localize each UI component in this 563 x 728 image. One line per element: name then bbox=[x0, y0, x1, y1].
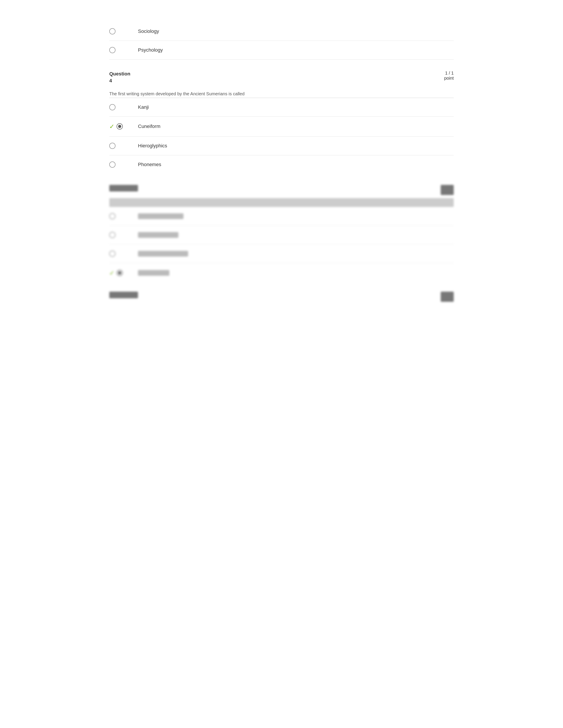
question-4-header: Question 4 1 / 1 point bbox=[109, 71, 454, 87]
answer-option-gutenberg: Johannes Gutenberg bbox=[109, 207, 454, 225]
radio-area-phonemes bbox=[109, 161, 138, 168]
answer-option-hieroglyphics[interactable]: Hieroglyphics bbox=[109, 137, 454, 155]
question-5-header: Question 5 1 / 1point bbox=[109, 185, 454, 198]
radio-button-marconi bbox=[109, 232, 115, 238]
check-icon-cuneiform: ✓ bbox=[109, 123, 114, 130]
answer-option-kanji[interactable]: Kanji bbox=[109, 98, 454, 116]
radio-button-gutenberg bbox=[109, 213, 115, 219]
answer-text-kanji: Kanji bbox=[138, 104, 149, 110]
check-icon-morse: ✓ bbox=[109, 269, 114, 277]
radio-button-psychology[interactable] bbox=[109, 47, 115, 53]
question-4-label-line2: 4 bbox=[109, 78, 112, 83]
question-5-label: Question 5 bbox=[109, 185, 138, 192]
radio-area-cuneiform: ✓ bbox=[109, 123, 138, 130]
question-4-label: Question 4 bbox=[109, 71, 130, 84]
answer-option-sociology[interactable]: Sociology bbox=[109, 22, 454, 41]
radio-button-kanji[interactable] bbox=[109, 104, 115, 110]
question-6-points: 1 / 1point bbox=[441, 292, 454, 302]
answer-text-morse: Samuel Morse bbox=[138, 270, 169, 276]
question-6-header: Question 6 1 / 1point bbox=[109, 292, 454, 305]
divider-8 bbox=[109, 263, 454, 263]
radio-area-bell bbox=[109, 251, 138, 257]
answer-text-hieroglyphics: Hieroglyphics bbox=[138, 143, 167, 149]
radio-area-sociology bbox=[109, 28, 138, 34]
radio-button-bell bbox=[109, 251, 115, 257]
page-container: Sociology Psychology Question 4 1 / 1 po… bbox=[83, 0, 480, 325]
divider-6 bbox=[109, 225, 454, 226]
answer-option-marconi: Guglielmo Marconi bbox=[109, 226, 454, 244]
answer-text-marconi: Guglielmo Marconi bbox=[138, 232, 178, 238]
radio-area-psychology bbox=[109, 47, 138, 53]
top-options: Sociology Psychology bbox=[109, 22, 454, 60]
radio-button-hieroglyphics[interactable] bbox=[109, 143, 115, 149]
radio-area-kanji bbox=[109, 104, 138, 110]
answer-option-psychology[interactable]: Psychology bbox=[109, 41, 454, 59]
question-5-text: The first written communication was rela… bbox=[109, 198, 454, 207]
radio-button-morse bbox=[117, 270, 123, 276]
radio-area-hieroglyphics bbox=[109, 143, 138, 149]
divider-2 bbox=[109, 59, 454, 60]
question-5-block: Question 5 1 / 1point The first written … bbox=[109, 185, 454, 283]
answer-option-phonemes[interactable]: Phonemes bbox=[109, 155, 454, 174]
radio-button-sociology[interactable] bbox=[109, 28, 115, 34]
answer-text-sociology: Sociology bbox=[138, 28, 159, 34]
answer-text-psychology: Psychology bbox=[138, 47, 163, 53]
radio-area-morse: ✓ bbox=[109, 269, 138, 277]
answer-option-cuneiform[interactable]: ✓ Cuneiform bbox=[109, 117, 454, 136]
question-5-points: 1 / 1point bbox=[441, 185, 454, 195]
radio-button-phonemes[interactable] bbox=[109, 161, 115, 168]
answer-option-morse: ✓ Samuel Morse bbox=[109, 263, 454, 283]
answer-text-cuneiform: Cuneiform bbox=[138, 124, 160, 129]
radio-area-marconi bbox=[109, 232, 138, 238]
radio-area-gutenberg bbox=[109, 213, 138, 219]
question-6-label: Question 6 bbox=[109, 292, 138, 298]
question-4-points-label: point bbox=[444, 76, 454, 81]
question-4-points: 1 / 1 point bbox=[444, 71, 454, 81]
question-4-label-line1: Question bbox=[109, 71, 130, 77]
question-4-block: Question 4 1 / 1 point The first writing… bbox=[109, 71, 454, 174]
question-6-block: Question 6 1 / 1point bbox=[109, 292, 454, 305]
question-4-text: The first writing system developed by th… bbox=[109, 87, 454, 98]
answer-text-bell: Alexander Graham Bell bbox=[138, 251, 188, 257]
answer-option-bell: Alexander Graham Bell bbox=[109, 244, 454, 263]
answer-text-gutenberg: Johannes Gutenberg bbox=[138, 213, 183, 219]
answer-text-phonemes: Phonemes bbox=[138, 162, 161, 167]
radio-button-cuneiform[interactable] bbox=[117, 123, 123, 129]
question-4-score: 1 / 1 bbox=[444, 71, 454, 76]
